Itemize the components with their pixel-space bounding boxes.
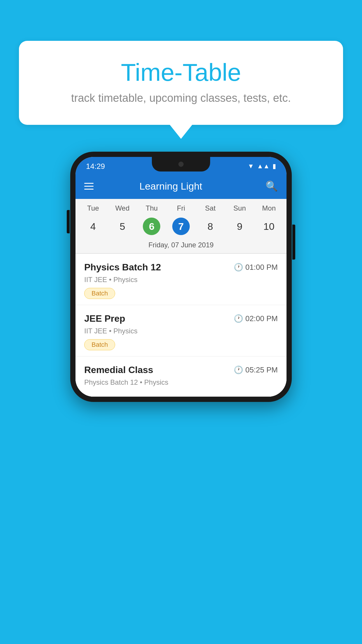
calendar-strip: Tue Wed Thu Fri Sat Sun Mon 4 5 6 7 [75,199,287,253]
day-6[interactable]: 6 [137,215,166,239]
phone-notch [152,157,210,172]
day-label-fri: Fri [166,204,196,215]
signal-icon: ▲▲ [257,162,270,170]
class-time-value-3: 05:25 PM [245,365,278,374]
day-10[interactable]: 10 [254,215,284,239]
class-time-value-1: 01:00 PM [245,263,278,272]
class-item-3[interactable]: Remedial Class 🕐 05:25 PM Physics Batch … [75,356,287,397]
class-item-1[interactable]: Physics Batch 12 🕐 01:00 PM IIT JEE • Ph… [75,254,287,305]
class-meta-1: IIT JEE • Physics [84,276,278,284]
battery-icon: ▮ [273,162,276,170]
speech-bubble: Time-Table track timetable, upcoming cla… [19,41,343,125]
class-time-value-2: 02:00 PM [245,314,278,323]
class-meta-2: IIT JEE • Physics [84,327,278,335]
day-4[interactable]: 4 [78,215,108,239]
class-name-2: JEE Prep [84,313,125,324]
class-meta-3: Physics Batch 12 • Physics [84,378,278,386]
search-icon[interactable]: 🔍 [266,180,278,192]
page-title: Time-Table [42,58,320,87]
clock-icon-1: 🕐 [234,263,243,272]
day-label-wed: Wed [108,204,137,215]
class-time-2: 🕐 02:00 PM [234,314,278,323]
day-labels: Tue Wed Thu Fri Sat Sun Mon [75,204,287,215]
class-item-2-header: JEE Prep 🕐 02:00 PM [84,313,278,324]
class-name-1: Physics Batch 12 [84,262,161,273]
day-circle-6: 6 [143,218,160,235]
phone-wrapper: 14:29 ▼ ▲▲ ▮ Learning Light 🔍 [70,152,292,402]
day-label-tue: Tue [78,204,108,215]
class-name-3: Remedial Class [84,365,153,375]
batch-badge-2: Batch [84,339,115,350]
class-time-1: 🕐 01:00 PM [234,263,278,272]
status-icons: ▼ ▲▲ ▮ [248,162,276,170]
class-time-3: 🕐 05:25 PM [234,365,278,374]
phone-screen: 14:29 ▼ ▲▲ ▮ Learning Light 🔍 [75,157,287,397]
hamburger-menu-icon[interactable] [84,183,94,190]
app-bar: Learning Light 🔍 [75,173,287,199]
selected-date: Friday, 07 June 2019 [75,239,287,253]
day-label-sun: Sun [225,204,254,215]
camera-dot [178,162,184,167]
clock-icon-3: 🕐 [234,365,243,374]
day-7[interactable]: 7 [166,215,196,239]
status-time: 14:29 [86,162,105,171]
class-item-1-header: Physics Batch 12 🕐 01:00 PM [84,262,278,273]
app-bar-title: Learning Light [101,181,241,192]
day-numbers: 4 5 6 7 8 9 10 [75,215,287,239]
class-item-2[interactable]: JEE Prep 🕐 02:00 PM IIT JEE • Physics Ba… [75,305,287,356]
speech-bubble-container: Time-Table track timetable, upcoming cla… [19,41,343,125]
day-circle-7: 7 [172,218,190,235]
class-list: Physics Batch 12 🕐 01:00 PM IIT JEE • Ph… [75,254,287,397]
batch-badge-1: Batch [84,288,115,299]
phone-frame: 14:29 ▼ ▲▲ ▮ Learning Light 🔍 [70,152,292,402]
day-9[interactable]: 9 [225,215,254,239]
page-subtitle: track timetable, upcoming classes, tests… [42,92,320,104]
wifi-icon: ▼ [248,162,254,170]
day-label-sat: Sat [196,204,225,215]
day-label-thu: Thu [137,204,166,215]
day-label-mon: Mon [254,204,284,215]
day-5[interactable]: 5 [108,215,137,239]
class-item-3-header: Remedial Class 🕐 05:25 PM [84,365,278,375]
day-8[interactable]: 8 [196,215,225,239]
clock-icon-2: 🕐 [234,314,243,323]
